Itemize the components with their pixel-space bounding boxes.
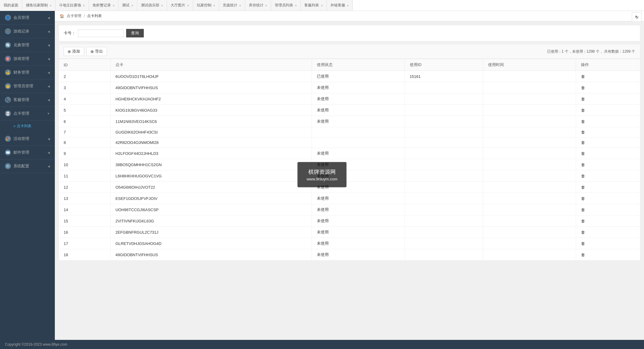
cell-op-6[interactable]: 🗑 xyxy=(576,138,640,148)
cell-op-7[interactable]: 🗑 xyxy=(576,148,640,159)
tab-close-11[interactable]: × xyxy=(321,4,323,7)
search-button[interactable]: 查询 xyxy=(126,29,144,37)
sidebar-item-admin-mgmt[interactable]: 👑管理员管理◀ xyxy=(0,79,55,93)
cell-op-15[interactable]: 🗑 xyxy=(576,238,640,249)
cell-op-11[interactable]: 🗑 xyxy=(576,193,640,204)
refresh-button[interactable]: ↻ xyxy=(632,12,642,22)
tab-close-4[interactable]: × xyxy=(131,4,133,7)
page-content: 卡号： 查询 ⊕ 添加 ⊕ 导出 已使用：1 个，未使用：1298 个， 共有数… xyxy=(55,21,644,340)
cell-op-1[interactable]: 🗑 xyxy=(576,82,640,93)
tab-item-6[interactable]: 大厅图片× xyxy=(167,0,193,11)
tab-close-7[interactable]: × xyxy=(213,4,215,7)
sidebar-item-left-mail-mgmt: ✉️邮件管理 xyxy=(5,149,29,155)
cell-card-16: 49GIDOBNTVIFHHSUS xyxy=(110,249,312,260)
cell-usetime-4 xyxy=(483,116,576,127)
cell-usetime-9 xyxy=(483,170,576,182)
cell-op-16[interactable]: 🗑 xyxy=(576,249,640,260)
sidebar-item-game-mgmt[interactable]: 🎯游戏管理◀ xyxy=(0,52,55,66)
sidebar-icon-game-record: 🎮 xyxy=(5,28,11,34)
tab-item-5[interactable]: 测试俱乐部× xyxy=(137,0,167,11)
cell-op-10[interactable]: 🗑 xyxy=(576,182,640,193)
tab-label-0: 我的桌面 xyxy=(4,3,18,8)
tab-bar[interactable]: 我的桌面捕鱼玩家限制×斗地主比赛场×鱼虾蟹记录×测试×测试俱乐部×大厅图片×玩家… xyxy=(0,0,644,11)
footer: Copyright ©2019-2023 www.89ye.com xyxy=(0,340,644,349)
export-button[interactable]: ⊕ 导出 xyxy=(87,47,107,56)
col-header-0: ID xyxy=(59,59,111,71)
tab-item-10[interactable]: 管理员列表× xyxy=(271,0,301,11)
cell-op-0[interactable]: 🗑 xyxy=(576,71,640,82)
cell-usetime-2 xyxy=(483,93,576,105)
cell-status-16: 未使用 xyxy=(312,249,405,260)
sidebar-icon-admin-mgmt: 👑 xyxy=(5,83,11,89)
tab-label-4: 测试 xyxy=(122,3,129,8)
sidebar-item-user-mgmt[interactable]: 👤会员管理◀ xyxy=(0,11,55,25)
tab-close-8[interactable]: × xyxy=(239,4,241,7)
sidebar-item-activity-mgmt[interactable]: 🎉活动管理◀ xyxy=(0,132,55,146)
tab-item-8[interactable]: 充值统计× xyxy=(219,0,245,11)
tab-label-5: 测试俱乐部 xyxy=(141,3,159,8)
tab-item-2[interactable]: 斗地主比赛场× xyxy=(55,0,89,11)
sidebar-item-points-mgmt[interactable]: 🃏点卡管理▼ xyxy=(0,107,55,120)
sidebar-item-system-config[interactable]: ⚙️系统配置◀ xyxy=(0,159,55,173)
tab-item-12[interactable]: 外链客服× xyxy=(327,0,353,11)
tab-close-1[interactable]: × xyxy=(50,4,51,7)
tab-item-11[interactable]: 客服列表× xyxy=(301,0,327,11)
cell-op-5[interactable]: 🗑 xyxy=(576,127,640,138)
tab-item-0[interactable]: 我的桌面 xyxy=(0,0,22,11)
tab-item-3[interactable]: 鱼虾蟹记录× xyxy=(89,0,119,11)
cell-useid-6 xyxy=(405,138,483,148)
sidebar-item-mail-mgmt[interactable]: ✉️邮件管理◀ xyxy=(0,146,55,159)
add-button[interactable]: ⊕ 添加 xyxy=(64,47,84,56)
sidebar-item-exchange-mgmt[interactable]: 🔄兑换管理◀ xyxy=(0,38,55,52)
cell-status-3: 未使用 xyxy=(312,105,405,116)
table-row: 14UOH96TCCGJI6ASCSP未使用🗑 xyxy=(59,204,640,215)
sidebar-item-left-points-mgmt: 🃏点卡管理 xyxy=(5,110,29,117)
sidebar-icon-exchange-mgmt: 🔄 xyxy=(5,42,11,48)
cell-useid-2 xyxy=(405,93,483,105)
sidebar-icon-finance-mgmt: 💰 xyxy=(5,69,11,75)
cell-op-12[interactable]: 🗑 xyxy=(576,204,640,215)
cell-op-4[interactable]: 🗑 xyxy=(576,116,640,127)
sidebar-item-finance-mgmt[interactable]: 💰财务管理◀ xyxy=(0,66,55,79)
tab-item-1[interactable]: 捕鱼玩家限制× xyxy=(22,0,55,11)
cell-useid-8 xyxy=(405,159,483,170)
cell-useid-15 xyxy=(405,238,483,249)
sidebar-label-user-mgmt: 会员管理 xyxy=(13,15,29,20)
cell-op-8[interactable]: 🗑 xyxy=(576,159,640,170)
sidebar-arrow-admin-mgmt: ◀ xyxy=(48,85,50,88)
sidebar-item-left-activity-mgmt: 🎉活动管理 xyxy=(5,136,29,142)
tab-close-3[interactable]: × xyxy=(113,4,115,7)
table-row: 26UOOVD1D1T6LHO4JF已使用15161🗑 xyxy=(59,71,640,82)
card-search-input[interactable] xyxy=(78,30,124,37)
sidebar-item-customer-mgmt[interactable]: 📞客服管理◀ xyxy=(0,93,55,107)
tab-item-9[interactable]: 库存统计× xyxy=(245,0,271,11)
cell-op-9[interactable]: 🗑 xyxy=(576,170,640,182)
tab-item-4[interactable]: 测试× xyxy=(119,0,137,11)
cell-op-2[interactable]: 🗑 xyxy=(576,93,640,105)
cell-op-14[interactable]: 🗑 xyxy=(576,227,640,238)
tab-close-10[interactable]: × xyxy=(295,4,297,7)
sidebar-arrow-game-record: ◀ xyxy=(48,30,50,33)
cell-id-12: 14 xyxy=(59,204,111,215)
sidebar-item-game-record[interactable]: 🎮游戏记录◀ xyxy=(0,25,55,38)
tab-close-12[interactable]: × xyxy=(347,4,349,7)
cell-op-13[interactable]: 🗑 xyxy=(576,215,640,227)
breadcrumb-parent[interactable]: 点卡管理 xyxy=(67,13,81,19)
tab-close-6[interactable]: × xyxy=(187,4,189,7)
cell-usetime-13 xyxy=(483,215,576,227)
table-row: 162EFGBNFRGUL2C731J未使用🗑 xyxy=(59,227,640,238)
tab-item-7[interactable]: 玩家控制× xyxy=(193,0,219,11)
sidebar-arrow-customer-mgmt: ◀ xyxy=(48,98,50,102)
cell-status-12: 未使用 xyxy=(312,204,405,215)
tab-close-9[interactable]: × xyxy=(265,4,267,7)
table-row: 17GLRETVDHJGSAHOG4D未使用🗑 xyxy=(59,238,640,249)
cell-op-3[interactable]: 🗑 xyxy=(576,105,640,116)
tab-close-2[interactable]: × xyxy=(83,4,85,7)
sidebar-item-left-admin-mgmt: 👑管理员管理 xyxy=(5,83,33,89)
cell-status-14: 未使用 xyxy=(312,227,405,238)
add-icon: ⊕ xyxy=(68,49,71,54)
sidebar-label-game-mgmt: 游戏管理 xyxy=(13,56,29,61)
tab-close-5[interactable]: × xyxy=(161,4,163,7)
sidebar-sub-item-points-list[interactable]: 点卡列表 xyxy=(0,120,55,132)
tab-label-2: 斗地主比赛场 xyxy=(59,3,81,8)
